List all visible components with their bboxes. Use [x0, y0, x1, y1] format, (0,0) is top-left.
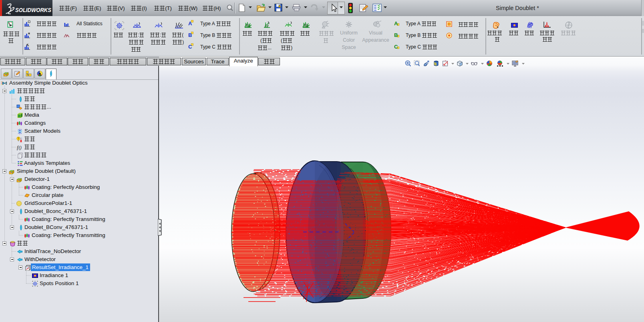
svg-text:SOLIDWORKS: SOLIDWORKS: [15, 7, 51, 13]
svg-text:C: C: [188, 44, 192, 50]
svg-text:B: B: [188, 32, 192, 38]
svg-text:!: !: [279, 5, 280, 8]
svg-text:B: B: [394, 32, 398, 38]
svg-text:C: C: [394, 44, 398, 50]
svg-text:A: A: [394, 20, 398, 26]
svg-text:T: T: [18, 137, 20, 140]
svg-text:f(): f(): [17, 145, 22, 150]
svg-text:A: A: [188, 20, 192, 26]
